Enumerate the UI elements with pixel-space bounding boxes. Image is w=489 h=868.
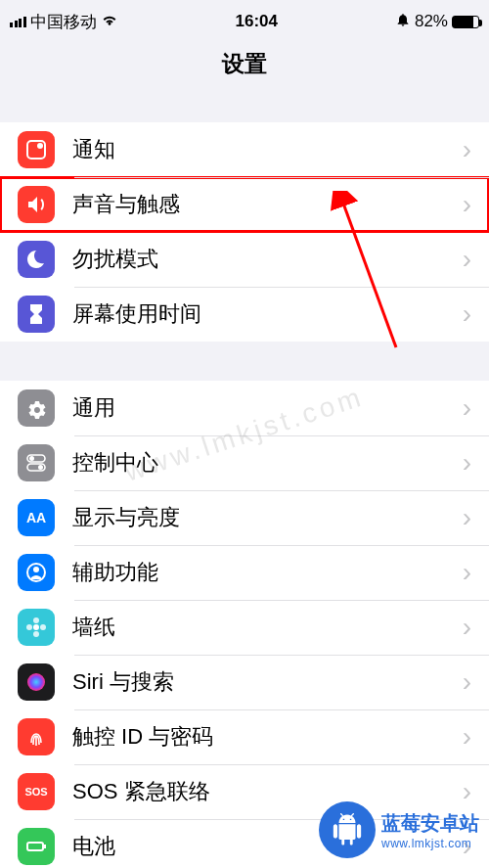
wifi-icon — [101, 12, 118, 31]
svg-text:AA: AA — [26, 510, 46, 525]
svg-rect-16 — [27, 843, 43, 850]
svg-rect-17 — [44, 845, 46, 848]
svg-point-5 — [38, 465, 43, 470]
settings-row-label: 触控 ID 与密码 — [72, 722, 463, 752]
time-label: 16:04 — [235, 12, 277, 31]
svg-point-9 — [33, 624, 39, 630]
signal-icon — [10, 17, 26, 27]
svg-point-13 — [40, 624, 46, 630]
speaker-icon — [18, 186, 55, 223]
svg-point-1 — [37, 143, 43, 149]
settings-row-general[interactable]: 通用 › — [0, 381, 489, 435]
switches-icon — [18, 444, 55, 481]
siri-icon — [18, 663, 55, 701]
flower-icon — [18, 609, 55, 646]
chevron-right-icon: › — [463, 666, 471, 698]
chevron-right-icon: › — [463, 244, 471, 275]
chevron-right-icon: › — [463, 721, 471, 753]
settings-row-screentime[interactable]: 屏幕使用时间 › — [0, 287, 489, 342]
settings-row-label: 勿扰模式 — [72, 245, 463, 274]
settings-row-label: 辅助功能 — [72, 558, 463, 587]
status-left: 中国移动 — [10, 11, 118, 33]
watermark-brand: 蓝莓安卓站 — [381, 810, 479, 837]
settings-group: 通知 › 声音与触感 › 勿扰模式 › 屏幕使用时间 › — [0, 122, 489, 342]
watermark-icon — [319, 801, 376, 858]
battery-icon — [452, 16, 479, 28]
aa-icon: AA — [18, 499, 55, 536]
settings-row-notifications[interactable]: 通知 › — [0, 122, 489, 177]
settings-row-label: 墙纸 — [72, 613, 463, 642]
settings-row-controlcenter[interactable]: 控制中心 › — [0, 435, 489, 490]
svg-point-11 — [33, 631, 39, 637]
svg-point-10 — [33, 617, 39, 623]
settings-row-label: 控制中心 — [72, 448, 463, 478]
chevron-right-icon: › — [463, 134, 471, 165]
battery-percent: 82% — [415, 12, 448, 31]
settings-row-accessibility[interactable]: 辅助功能 › — [0, 545, 489, 600]
svg-point-3 — [29, 456, 34, 461]
settings-row-label: Siri 与搜索 — [72, 667, 463, 697]
watermark-url: www.lmkjst.com — [381, 837, 479, 850]
gear-icon — [18, 389, 55, 427]
settings-row-label: 通知 — [72, 135, 463, 164]
moon-icon — [18, 241, 55, 278]
person-icon — [18, 554, 55, 591]
settings-row-dnd[interactable]: 勿扰模式 › — [0, 232, 489, 287]
settings-row-label: 屏幕使用时间 — [72, 299, 463, 329]
settings-group: 通用 › 控制中心 › AA 显示与亮度 › 辅助功能 › 墙纸 › Siri … — [0, 381, 489, 868]
status-right: 82% — [395, 12, 479, 32]
alarm-icon — [395, 12, 411, 32]
svg-point-14 — [27, 673, 45, 691]
carrier-label: 中国移动 — [30, 11, 97, 33]
chevron-right-icon: › — [463, 189, 471, 220]
settings-row-display[interactable]: AA 显示与亮度 › — [0, 490, 489, 545]
bell-icon — [18, 131, 55, 168]
battery-icon — [18, 828, 55, 865]
watermark-logo: 蓝莓安卓站 www.lmkjst.com — [319, 801, 479, 858]
status-bar: 中国移动 16:04 82% — [0, 0, 489, 43]
settings-row-label: 声音与触感 — [72, 190, 463, 219]
chevron-right-icon: › — [463, 557, 471, 588]
chevron-right-icon: › — [463, 392, 471, 424]
chevron-right-icon: › — [463, 447, 471, 479]
settings-row-siri[interactable]: Siri 与搜索 › — [0, 655, 489, 709]
settings-row-label: 通用 — [72, 393, 463, 423]
sos-icon: SOS — [18, 773, 55, 810]
svg-point-12 — [26, 624, 32, 630]
svg-point-8 — [33, 567, 39, 572]
page-title: 设置 — [0, 43, 489, 93]
fingerprint-icon — [18, 718, 55, 755]
settings-row-label: 显示与亮度 — [72, 503, 463, 532]
svg-rect-0 — [27, 141, 45, 159]
chevron-right-icon: › — [463, 502, 471, 533]
settings-row-touchid[interactable]: 触控 ID 与密码 › — [0, 709, 489, 764]
chevron-right-icon: › — [463, 612, 471, 643]
svg-text:SOS: SOS — [24, 786, 47, 798]
settings-row-wallpaper[interactable]: 墙纸 › — [0, 600, 489, 655]
hourglass-icon — [18, 296, 55, 333]
chevron-right-icon: › — [463, 298, 471, 330]
settings-row-sounds[interactable]: 声音与触感 › — [0, 177, 489, 232]
